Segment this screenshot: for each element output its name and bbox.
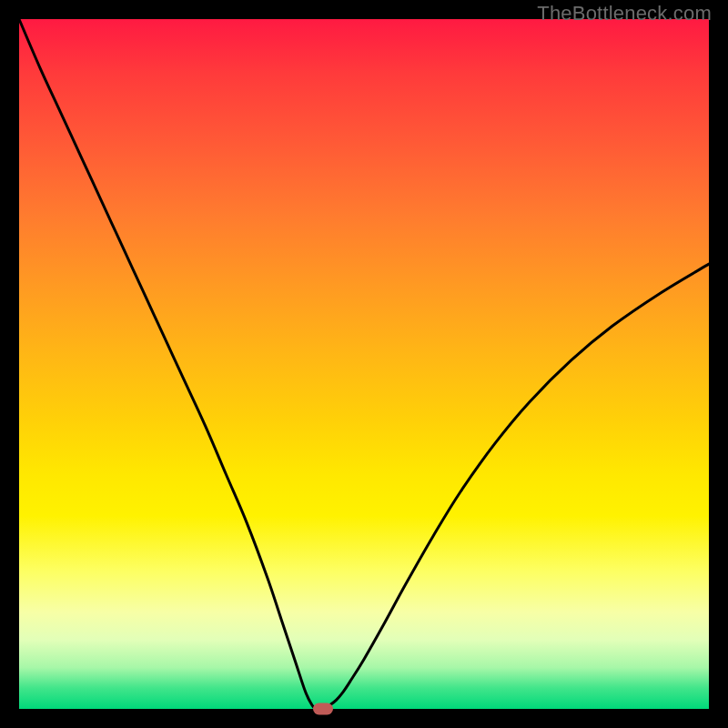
optimum-marker	[313, 703, 333, 715]
curve-layer	[19, 19, 709, 709]
watermark-text: TheBottleneck.com	[537, 2, 712, 25]
bottleneck-curve	[19, 19, 709, 709]
chart-frame: TheBottleneck.com	[0, 0, 728, 728]
